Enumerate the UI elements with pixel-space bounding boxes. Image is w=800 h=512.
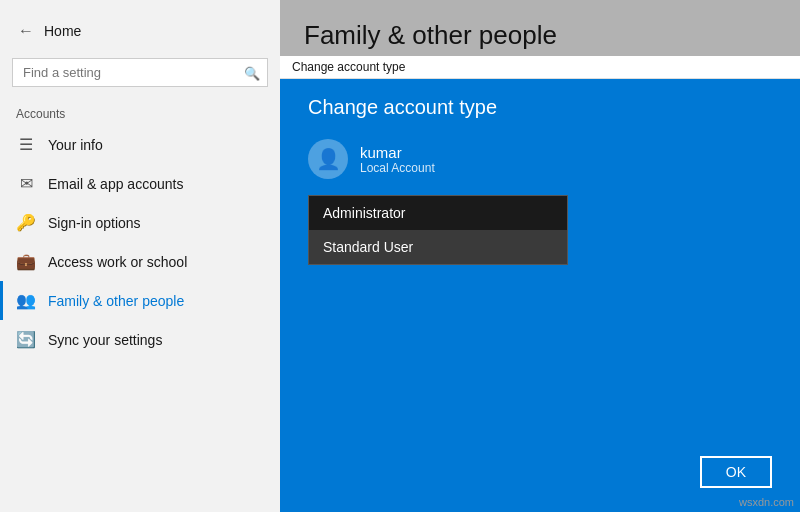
sidebar-item-your-info[interactable]: ☰ Your info bbox=[0, 125, 280, 164]
sidebar-item-work[interactable]: 💼 Access work or school bbox=[0, 242, 280, 281]
work-icon: 💼 bbox=[16, 252, 36, 271]
dropdown-option-standard-user[interactable]: Standard User bbox=[309, 230, 567, 264]
search-icon: 🔍 bbox=[244, 65, 260, 80]
home-label: Home bbox=[44, 23, 81, 39]
dialog-title: Change account type bbox=[308, 96, 772, 119]
sync-icon: 🔄 bbox=[16, 330, 36, 349]
your-info-icon: ☰ bbox=[16, 135, 36, 154]
family-icon: 👥 bbox=[16, 291, 36, 310]
dialog-titlebar: Change account type bbox=[280, 56, 800, 79]
dropdown-option-administrator[interactable]: Administrator bbox=[309, 196, 567, 230]
sidebar-item-email-label: Email & app accounts bbox=[48, 176, 183, 192]
dialog-avatar-icon: 👤 bbox=[316, 147, 341, 171]
sidebar-item-your-info-label: Your info bbox=[48, 137, 103, 153]
sidebar-item-work-label: Access work or school bbox=[48, 254, 187, 270]
dialog-user-name: kumar bbox=[360, 144, 435, 161]
dialog-overlay: Change account type Change account type … bbox=[280, 0, 800, 512]
dialog-avatar: 👤 bbox=[308, 139, 348, 179]
sidebar-item-signin-label: Sign-in options bbox=[48, 215, 141, 231]
watermark: wsxdn.com bbox=[739, 496, 794, 508]
home-button[interactable]: ← Home bbox=[0, 12, 280, 50]
dialog-user-info: 👤 kumar Local Account bbox=[308, 139, 772, 179]
sidebar-item-family-label: Family & other people bbox=[48, 293, 184, 309]
home-icon: ← bbox=[16, 22, 36, 40]
search-input[interactable] bbox=[12, 58, 268, 87]
sidebar-item-family[interactable]: 👥 Family & other people bbox=[0, 281, 280, 320]
change-account-dialog: Change account type 👤 kumar Local Accoun… bbox=[280, 72, 800, 512]
email-icon: ✉ bbox=[16, 174, 36, 193]
search-container: 🔍 bbox=[12, 58, 268, 87]
account-type-dropdown[interactable]: Administrator Standard User bbox=[308, 195, 568, 265]
accounts-section-label: Accounts bbox=[0, 99, 280, 125]
sidebar-item-sync-label: Sync your settings bbox=[48, 332, 162, 348]
sidebar: ← Home 🔍 Accounts ☰ Your info ✉ Email & … bbox=[0, 0, 280, 512]
dialog-user-details: kumar Local Account bbox=[360, 144, 435, 175]
sidebar-item-email[interactable]: ✉ Email & app accounts bbox=[0, 164, 280, 203]
sidebar-item-signin[interactable]: 🔑 Sign-in options bbox=[0, 203, 280, 242]
dialog-user-type: Local Account bbox=[360, 161, 435, 175]
sidebar-item-sync[interactable]: 🔄 Sync your settings bbox=[0, 320, 280, 359]
dialog-footer: OK bbox=[308, 456, 772, 488]
main-content: Family & other people Your family + 👤 ku… bbox=[280, 0, 800, 512]
ok-button[interactable]: OK bbox=[700, 456, 772, 488]
signin-icon: 🔑 bbox=[16, 213, 36, 232]
